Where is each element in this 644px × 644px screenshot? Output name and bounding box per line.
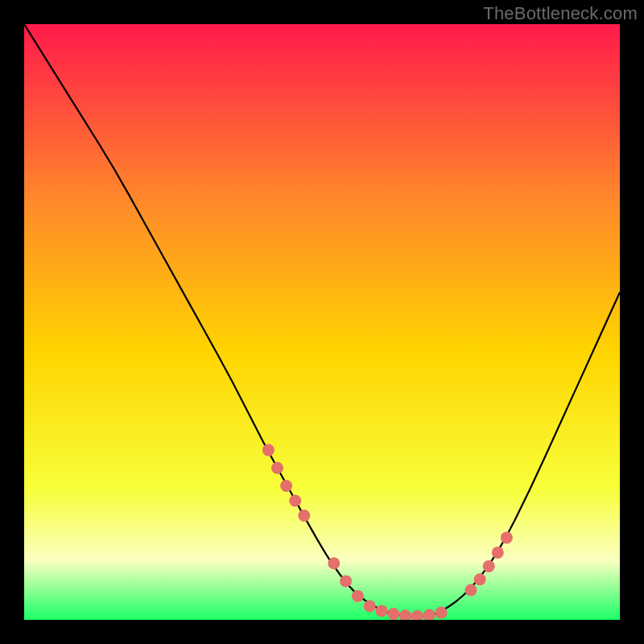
watermark-text: TheBottleneck.com bbox=[483, 3, 638, 24]
highlight-point bbox=[436, 607, 448, 619]
highlight-point bbox=[465, 584, 477, 597]
highlight-point bbox=[483, 560, 495, 572]
highlight-point bbox=[474, 573, 486, 585]
chart-frame bbox=[24, 24, 620, 620]
highlight-point bbox=[492, 547, 504, 559]
gradient-background bbox=[24, 24, 620, 620]
highlight-point bbox=[340, 575, 352, 587]
highlight-point bbox=[501, 531, 513, 543]
highlight-point bbox=[280, 480, 292, 492]
highlight-point bbox=[262, 444, 275, 456]
highlight-point bbox=[364, 601, 376, 613]
highlight-point bbox=[328, 557, 340, 569]
highlight-point bbox=[387, 608, 399, 620]
chart-svg bbox=[24, 24, 620, 620]
highlight-point bbox=[289, 495, 301, 507]
highlight-point bbox=[271, 462, 283, 474]
highlight-point bbox=[376, 605, 388, 617]
highlight-point bbox=[298, 510, 310, 522]
highlight-point bbox=[352, 590, 364, 602]
